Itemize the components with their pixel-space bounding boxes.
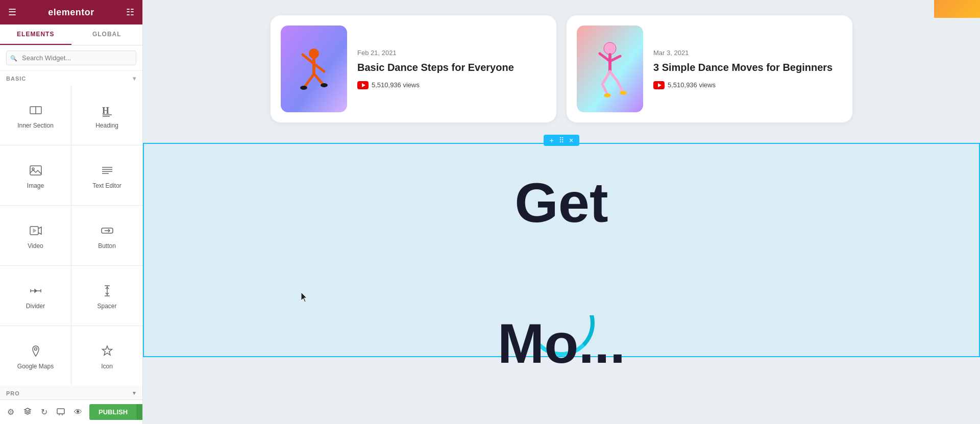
hero-mo-text: Mo... xyxy=(498,315,626,371)
widget-grid: Inner Section H Heading Ima xyxy=(0,85,142,386)
widget-button[interactable]: Button xyxy=(71,206,142,265)
video-icon xyxy=(29,224,42,239)
publish-button[interactable]: PUBLISH xyxy=(89,404,137,420)
widget-inner-section-label: Inner Section xyxy=(17,122,54,129)
widget-text-editor-label: Text Editor xyxy=(92,182,121,189)
inner-section-svg xyxy=(29,104,42,117)
section-close-button[interactable]: × xyxy=(567,137,575,144)
maps-svg xyxy=(29,344,42,358)
widget-google-maps[interactable]: Google Maps xyxy=(0,326,71,386)
pro-section-label[interactable]: PRO ▾ xyxy=(0,386,142,400)
dance-card-2-info: Mar 3, 2021 3 Simple Dance Moves for Beg… xyxy=(653,49,840,89)
dance-card-1-info: Feb 21, 2021 Basic Dance Steps for Every… xyxy=(357,49,544,89)
dance-card-2-image-bg xyxy=(577,26,643,112)
responsive-icon[interactable] xyxy=(55,405,67,419)
svg-point-35 xyxy=(604,93,611,97)
image-icon xyxy=(29,164,42,179)
svg-point-36 xyxy=(620,91,627,95)
chevron-down-icon: ▾ xyxy=(133,75,136,82)
hero-section: Get Mo... xyxy=(143,143,980,357)
widget-image[interactable]: Image xyxy=(0,145,71,205)
svg-rect-26 xyxy=(57,409,64,414)
dance-card-1-title: Basic Dance Steps for Everyone xyxy=(357,61,544,74)
button-svg xyxy=(101,224,114,237)
dance-card-1-date: Feb 21, 2021 xyxy=(357,49,544,57)
google-maps-icon xyxy=(29,344,42,360)
svg-marker-24 xyxy=(102,346,112,355)
dance-card-2-title: 3 Simple Dance Moves for Beginners xyxy=(653,61,840,74)
dance-card-1: Feb 21, 2021 Basic Dance Steps for Every… xyxy=(271,15,556,122)
video-svg xyxy=(29,224,42,237)
section-toolbar-pill: + ⠿ × xyxy=(544,135,579,146)
dancer-1-svg xyxy=(281,26,347,112)
sidebar-search-container xyxy=(0,45,142,71)
publish-dropdown-button[interactable]: ▼ xyxy=(137,404,143,420)
inner-section-icon xyxy=(29,104,42,119)
dance-card-2-image xyxy=(577,26,643,112)
section-add-button[interactable]: + xyxy=(548,137,556,144)
eye-icon[interactable]: 👁 xyxy=(72,406,84,419)
publish-btn-group: PUBLISH ▼ xyxy=(89,404,143,420)
widget-text-editor[interactable]: Text Editor xyxy=(71,145,142,205)
widget-divider-label: Divider xyxy=(26,303,45,310)
image-svg xyxy=(29,164,42,177)
dance-card-2-date: Mar 3, 2021 xyxy=(653,49,840,57)
tab-elements[interactable]: ELEMENTS xyxy=(0,24,71,45)
text-editor-svg xyxy=(101,164,114,177)
sidebar-header: ☰ elementor ☷ xyxy=(0,0,142,24)
svg-marker-16 xyxy=(35,289,37,292)
section-move-button[interactable]: ⠿ xyxy=(557,137,566,144)
widget-divider[interactable]: Divider xyxy=(0,266,71,326)
heading-icon: H xyxy=(101,104,114,119)
dance-card-1-views: 5,510,936 views xyxy=(357,81,544,89)
history-icon[interactable]: ↻ xyxy=(39,405,50,419)
svg-point-31 xyxy=(300,86,307,90)
settings-icon[interactable]: ⚙ xyxy=(5,405,16,419)
hero-get-text: Get xyxy=(514,174,608,231)
svg-marker-25 xyxy=(24,408,31,411)
button-icon xyxy=(101,224,114,239)
dance-cards-section: Feb 21, 2021 Basic Dance Steps for Every… xyxy=(143,0,980,143)
youtube-icon-2 xyxy=(653,81,665,89)
widget-google-maps-label: Google Maps xyxy=(17,363,54,370)
widget-video[interactable]: Video xyxy=(0,206,71,265)
widget-icon-label: Icon xyxy=(101,363,113,370)
dancer-2-svg xyxy=(577,26,643,112)
widget-inner-section[interactable]: Inner Section xyxy=(0,85,71,145)
layers-icon[interactable] xyxy=(21,405,34,419)
dance-card-1-image xyxy=(281,26,347,112)
svg-rect-5 xyxy=(30,166,41,175)
heading-svg: H xyxy=(101,104,114,117)
divider-icon xyxy=(29,284,42,300)
spacer-svg xyxy=(101,284,114,297)
sidebar-bottom-toolbar: ⚙ ↻ 👁 PUBLISH ▼ xyxy=(0,400,142,424)
sidebar-logo: elementor xyxy=(48,7,94,18)
pro-chevron-icon: ▾ xyxy=(133,390,136,396)
widget-spacer[interactable]: Spacer xyxy=(71,266,142,326)
main-content: Feb 21, 2021 Basic Dance Steps for Every… xyxy=(143,0,980,424)
hamburger-icon[interactable]: ☰ xyxy=(8,7,16,18)
widget-heading-label: Heading xyxy=(95,122,118,129)
widget-spacer-label: Spacer xyxy=(97,303,116,310)
sidebar: ☰ elementor ☷ ELEMENTS GLOBAL BASIC ▾ In… xyxy=(0,0,143,424)
svg-point-34 xyxy=(604,42,616,55)
dance-card-2-views: 5,510,936 views xyxy=(653,81,840,89)
svg-text:H: H xyxy=(102,106,109,116)
dance-card-2: Mar 3, 2021 3 Simple Dance Moves for Beg… xyxy=(567,15,852,122)
divider-svg xyxy=(29,284,42,297)
search-input[interactable] xyxy=(6,51,136,65)
text-editor-icon xyxy=(101,164,114,179)
tab-global[interactable]: GLOBAL xyxy=(71,24,143,45)
widget-video-label: Video xyxy=(28,242,43,250)
icon-svg xyxy=(101,344,114,358)
grid-icon[interactable]: ☷ xyxy=(126,7,134,18)
sidebar-tabs: ELEMENTS GLOBAL xyxy=(0,24,142,45)
widget-heading[interactable]: H Heading xyxy=(71,85,142,145)
widget-icon[interactable]: Icon xyxy=(71,326,142,386)
icon-widget-icon xyxy=(101,344,114,360)
basic-section-label[interactable]: BASIC ▾ xyxy=(0,71,142,85)
dance-card-1-image-bg xyxy=(281,26,347,112)
svg-point-23 xyxy=(34,347,37,350)
widget-image-label: Image xyxy=(27,182,44,189)
youtube-icon-1 xyxy=(357,81,369,89)
